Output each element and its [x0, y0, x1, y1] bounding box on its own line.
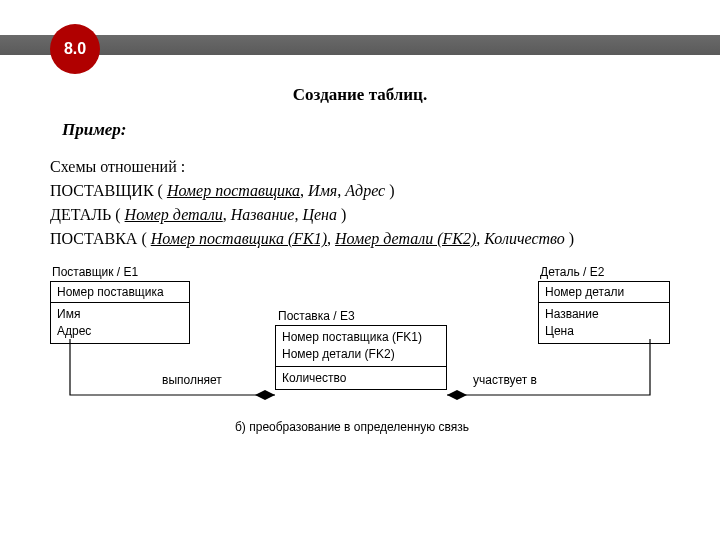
entity-e3-key-1: Номер поставщика (FK1)	[282, 329, 440, 346]
rel-right-label: участвует в	[473, 373, 537, 387]
er-diagram: Поставщик / E1 Номер поставщика Имя Адре…	[50, 265, 670, 460]
erd-caption: б) преобразование в определенную связь	[235, 420, 469, 434]
example-label: Пример:	[62, 120, 127, 140]
entity-e3: Номер поставщика (FK1) Номер детали (FK2…	[275, 325, 447, 390]
entity-e2-attr-1: Название	[545, 306, 663, 323]
entity-e2-key: Номер детали	[539, 282, 669, 303]
version-badge: 8.0	[50, 24, 100, 74]
entity-e1-attr-1: Имя	[57, 306, 183, 323]
entity-e1: Номер поставщика Имя Адрес	[50, 281, 190, 344]
schema-line-2: ДЕТАЛЬ ( Номер детали, Название, Цена )	[50, 203, 670, 227]
sql-header-label: SQL	[128, 17, 160, 33]
entity-e1-key: Номер поставщика	[51, 282, 189, 303]
entity-e3-label: Поставка / E3	[278, 309, 355, 323]
entity-e1-label: Поставщик / E1	[52, 265, 138, 279]
entity-e1-attr-2: Адрес	[57, 323, 183, 340]
schemas-intro: Схемы отношений :	[50, 155, 670, 179]
header-band	[0, 35, 720, 55]
entity-e2-attr-2: Цена	[545, 323, 663, 340]
entity-e2-label: Деталь / E2	[540, 265, 604, 279]
entity-e3-attr-1: Количество	[282, 370, 440, 387]
schema-line-1: ПОСТАВЩИК ( Номер поставщика, Имя, Адрес…	[50, 179, 670, 203]
version-number: 8.0	[64, 40, 86, 58]
svg-marker-0	[255, 390, 275, 400]
schema-line-3: ПОСТАВКА ( Номер поставщика (FK1), Номер…	[50, 227, 670, 251]
svg-marker-1	[447, 390, 467, 400]
entity-e3-key-2: Номер детали (FK2)	[282, 346, 440, 363]
page-title: Создание таблиц.	[0, 85, 720, 105]
rel-left-label: выполняет	[162, 373, 222, 387]
entity-e2: Номер детали Название Цена	[538, 281, 670, 344]
schemas-block: Схемы отношений : ПОСТАВЩИК ( Номер пост…	[50, 155, 670, 251]
